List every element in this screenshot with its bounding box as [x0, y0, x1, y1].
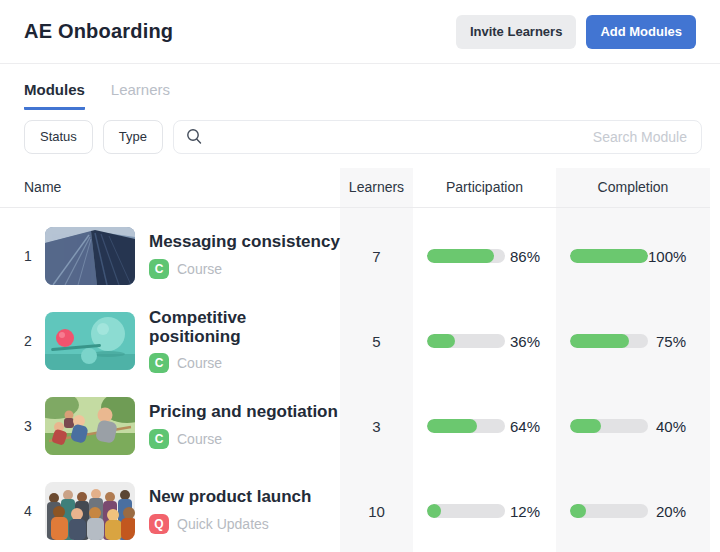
tab-modules[interactable]: Modules — [24, 77, 85, 110]
completion-bar — [570, 504, 648, 518]
participation-cell: 36% — [413, 299, 556, 384]
module-type-label: Course — [177, 261, 222, 277]
add-modules-button[interactable]: Add Modules — [586, 15, 696, 49]
completion-cell: 20% — [556, 469, 710, 552]
module-type-label: Course — [177, 355, 222, 371]
search-module-input[interactable] — [211, 128, 689, 146]
completion-bar-fill — [570, 334, 629, 348]
table-body: 1Messaging consistencyCCourse786%100%2Co… — [0, 208, 710, 552]
completion-value: 75% — [648, 333, 686, 350]
completion-value: 20% — [648, 503, 686, 520]
completion-bar-fill — [570, 504, 586, 518]
participation-cell: 64% — [413, 384, 556, 469]
module-row[interactable]: 2Competitive positioningCCourse536%75% — [0, 299, 710, 384]
completion-cell: 100% — [556, 214, 710, 299]
completion-bar — [570, 249, 648, 263]
participation-value: 36% — [505, 333, 540, 350]
module-info: Messaging consistencyCCourse — [149, 233, 340, 279]
row-index: 2 — [18, 333, 38, 349]
completion-cell: 40% — [556, 384, 710, 469]
module-type-badge: C — [149, 429, 169, 449]
participation-bar — [427, 504, 505, 518]
page-title: AE Onboarding — [24, 20, 173, 43]
module-thumbnail — [45, 482, 135, 540]
module-type: CCourse — [149, 259, 340, 279]
learners-count: 7 — [340, 214, 413, 299]
module-type: CCourse — [149, 353, 340, 373]
page-header: AE Onboarding Invite Learners Add Module… — [0, 0, 720, 64]
module-type-badge: Q — [149, 514, 169, 534]
module-row[interactable]: 4New product launchQQuick Updates1012%20… — [0, 469, 710, 552]
module-name-cell: 2Competitive positioningCCourse — [0, 299, 340, 384]
module-type-badge: C — [149, 259, 169, 279]
module-title[interactable]: Messaging consistency — [149, 233, 340, 252]
module-management-page: AE Onboarding Invite Learners Add Module… — [0, 0, 720, 552]
type-filter-button[interactable]: Type — [103, 120, 163, 154]
filter-bar: Status Type — [0, 110, 720, 154]
participation-bar-fill — [427, 249, 494, 263]
participation-value: 64% — [505, 418, 540, 435]
learners-count: 10 — [340, 469, 413, 552]
participation-bar — [427, 249, 505, 263]
participation-bar-fill — [427, 334, 455, 348]
column-header-learners: Learners — [340, 168, 413, 207]
participation-value: 12% — [505, 503, 540, 520]
module-info: Pricing and negotiationCCourse — [149, 403, 338, 449]
participation-bar — [427, 419, 505, 433]
completion-value: 100% — [648, 248, 686, 265]
module-info: New product launchQQuick Updates — [149, 488, 311, 534]
participation-cell: 12% — [413, 469, 556, 552]
module-type-badge: C — [149, 353, 169, 373]
column-header-participation: Participation — [413, 168, 556, 207]
module-row[interactable]: 1Messaging consistencyCCourse786%100% — [0, 214, 710, 299]
participation-bar — [427, 334, 505, 348]
participation-bar-fill — [427, 504, 441, 518]
participation-bar-fill — [427, 419, 477, 433]
column-header-completion: Completion — [556, 168, 710, 207]
module-type: QQuick Updates — [149, 514, 311, 534]
completion-bar-fill — [570, 419, 601, 433]
completion-bar — [570, 419, 648, 433]
learners-count: 5 — [340, 299, 413, 384]
completion-cell: 75% — [556, 299, 710, 384]
module-name-cell: 3Pricing and negotiationCCourse — [0, 384, 340, 469]
completion-bar — [570, 334, 648, 348]
module-name-cell: 4New product launchQQuick Updates — [0, 469, 340, 552]
tab-learners[interactable]: Learners — [111, 77, 170, 110]
search-module-box[interactable] — [173, 120, 702, 154]
module-thumbnail — [45, 227, 135, 285]
completion-bar-fill — [570, 249, 648, 263]
module-type-label: Quick Updates — [177, 516, 269, 532]
row-index: 1 — [18, 248, 38, 264]
learners-count: 3 — [340, 384, 413, 469]
row-index: 4 — [18, 503, 38, 519]
module-info: Competitive positioningCCourse — [149, 309, 340, 373]
row-index: 3 — [18, 418, 38, 434]
participation-cell: 86% — [413, 214, 556, 299]
search-icon — [186, 128, 203, 145]
status-filter-button[interactable]: Status — [24, 120, 93, 154]
module-row[interactable]: 3Pricing and negotiationCCourse364%40% — [0, 384, 710, 469]
participation-value: 86% — [505, 248, 540, 265]
table-header-row: Name Learners Participation Completion — [0, 168, 710, 208]
completion-value: 40% — [648, 418, 686, 435]
module-thumbnail — [45, 312, 135, 370]
column-header-name: Name — [0, 168, 340, 207]
invite-learners-button[interactable]: Invite Learners — [456, 15, 577, 49]
module-title[interactable]: Pricing and negotiation — [149, 403, 338, 422]
module-type: CCourse — [149, 429, 338, 449]
module-title[interactable]: New product launch — [149, 488, 311, 507]
module-name-cell: 1Messaging consistencyCCourse — [0, 214, 340, 299]
module-thumbnail — [45, 397, 135, 455]
module-title[interactable]: Competitive positioning — [149, 309, 340, 346]
header-actions: Invite Learners Add Modules — [456, 15, 696, 49]
module-type-label: Course — [177, 431, 222, 447]
modules-table: Name Learners Participation Completion 1… — [0, 168, 710, 552]
tab-bar: Modules Learners — [0, 64, 720, 110]
